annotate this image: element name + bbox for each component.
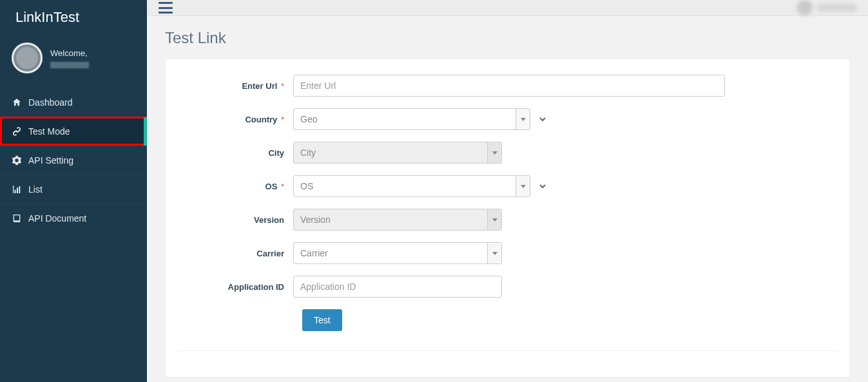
avatar xyxy=(12,43,43,73)
carrier-select-value: Carrier xyxy=(294,243,487,263)
os-select-value: OS xyxy=(294,176,516,196)
sidebar-item-list[interactable]: List xyxy=(0,175,147,204)
form-row-appid: Application ID xyxy=(177,276,838,298)
chevron-down-icon[interactable] xyxy=(538,182,547,191)
form-panel: Enter Url * Country * Geo xyxy=(165,59,850,377)
caret-down-icon xyxy=(487,243,501,263)
sidebar-item-apisetting[interactable]: API Setting xyxy=(0,146,147,175)
appid-input[interactable] xyxy=(293,276,502,298)
required-mark: * xyxy=(281,182,284,191)
sidebar-item-label: Test Mode xyxy=(28,126,70,137)
avatar-image xyxy=(16,47,38,69)
nav-list: Dashboard Test Mode API Setting List API… xyxy=(0,88,147,233)
label-os-text: OS xyxy=(265,182,278,191)
bar-chart-icon xyxy=(12,184,22,195)
welcome-label: Welcome, xyxy=(50,48,88,58)
link-icon xyxy=(12,126,22,137)
city-select-value: City xyxy=(294,142,487,163)
welcome-text: Welcome, xyxy=(50,48,89,68)
form-row-city: City City xyxy=(177,142,838,164)
sidebar-item-testmode[interactable]: Test Mode xyxy=(0,117,147,146)
version-select-value: Version xyxy=(294,209,487,230)
country-select[interactable]: Geo xyxy=(293,108,530,130)
form-row-version: Version Version xyxy=(177,209,838,231)
sidebar-item-label: API Setting xyxy=(28,155,73,166)
url-input[interactable] xyxy=(293,75,725,97)
carrier-select[interactable]: Carrier xyxy=(293,242,502,264)
label-country-text: Country xyxy=(245,115,277,124)
chevron-down-icon[interactable] xyxy=(538,115,547,124)
page-content: Test Link Enter Url * Country * xyxy=(147,16,868,382)
sidebar-item-label: List xyxy=(28,184,43,195)
sidebar: LinkInTest Welcome, Dashboard Test Mode xyxy=(0,0,147,382)
city-select[interactable]: City xyxy=(293,142,502,164)
label-city: City xyxy=(177,148,293,158)
home-icon xyxy=(12,97,22,108)
divider xyxy=(177,350,838,351)
label-carrier-text: Carrier xyxy=(256,249,284,258)
sidebar-item-dashboard[interactable]: Dashboard xyxy=(0,88,147,117)
page-title: Test Link xyxy=(165,29,850,47)
sidebar-item-apidoc[interactable]: API Document xyxy=(0,204,147,233)
user-menu[interactable] xyxy=(797,0,856,15)
required-mark: * xyxy=(281,115,284,124)
country-select-value: Geo xyxy=(294,109,516,129)
label-url-text: Enter Url xyxy=(242,81,277,91)
test-button[interactable]: Test xyxy=(302,309,342,331)
hamburger-icon[interactable] xyxy=(159,2,173,14)
brand-title: LinkInTest xyxy=(0,0,147,35)
form-row-os: OS * OS xyxy=(177,175,838,197)
label-country: Country * xyxy=(177,115,293,124)
gears-icon xyxy=(12,155,22,166)
book-icon xyxy=(12,213,22,224)
label-appid-text: Application ID xyxy=(228,282,284,292)
label-version-text: Version xyxy=(254,215,284,225)
sidebar-item-label: Dashboard xyxy=(28,97,73,108)
label-appid: Application ID xyxy=(177,282,293,292)
required-mark: * xyxy=(281,81,284,91)
caret-down-icon xyxy=(487,209,501,230)
sidebar-item-label: API Document xyxy=(28,213,86,224)
label-os: OS * xyxy=(177,182,293,191)
label-city-text: City xyxy=(268,148,284,158)
version-select[interactable]: Version xyxy=(293,209,502,231)
label-carrier: Carrier xyxy=(177,249,293,258)
label-url: Enter Url * xyxy=(177,81,293,91)
profile-block: Welcome, xyxy=(0,35,147,88)
form-row-country: Country * Geo xyxy=(177,108,838,130)
os-select[interactable]: OS xyxy=(293,175,530,197)
caret-down-icon xyxy=(516,176,530,196)
topbar xyxy=(147,0,868,16)
caret-down-icon xyxy=(487,142,501,163)
main-area: Test Link Enter Url * Country * xyxy=(147,0,868,382)
form-row-url: Enter Url * xyxy=(177,75,838,97)
caret-down-icon xyxy=(516,109,530,129)
username-redacted xyxy=(50,62,89,68)
submit-row: Test xyxy=(302,309,838,331)
form-row-carrier: Carrier Carrier xyxy=(177,242,838,264)
user-avatar-icon xyxy=(797,0,813,15)
label-version: Version xyxy=(177,215,293,225)
user-name-redacted xyxy=(818,4,856,12)
